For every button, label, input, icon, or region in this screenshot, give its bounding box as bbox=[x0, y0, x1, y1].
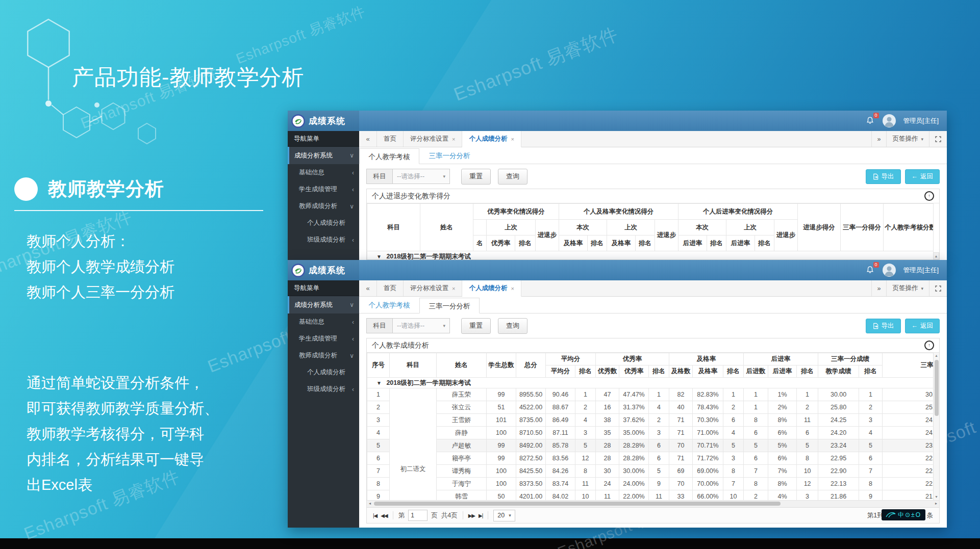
sidebar-item[interactable]: 个人成绩分析 bbox=[288, 364, 359, 381]
back-button[interactable]: ← 返回 bbox=[905, 319, 940, 333]
scrollbar-thumb[interactable] bbox=[935, 360, 939, 416]
tabs-scroll-right-icon[interactable]: » bbox=[871, 131, 887, 147]
sidebar-item[interactable]: 教师成绩分析∨ bbox=[288, 347, 359, 364]
column-header[interactable]: 后进率 bbox=[679, 236, 707, 251]
close-icon[interactable]: × bbox=[511, 285, 514, 292]
search-button[interactable]: 查询 bbox=[498, 169, 527, 185]
subtab-active[interactable]: 个人教学考核 bbox=[359, 148, 419, 164]
fullscreen-icon[interactable] bbox=[929, 131, 947, 147]
column-header[interactable]: 排名 bbox=[797, 365, 818, 378]
table-row[interactable]: 9韩雪504201.0084.02101122.00%113366.00%102… bbox=[367, 490, 940, 501]
column-header[interactable]: 后进率 bbox=[726, 236, 755, 251]
tab-item[interactable]: 评分标准设置× bbox=[404, 280, 462, 296]
avatar[interactable] bbox=[883, 264, 896, 277]
tab-item[interactable]: 首页 bbox=[377, 131, 404, 147]
column-header[interactable]: 姓名 bbox=[420, 204, 473, 251]
reset-button[interactable]: 重置 bbox=[461, 318, 491, 334]
sidebar-item-root[interactable]: 成绩分析系统 ∨ bbox=[288, 147, 359, 164]
column-header[interactable]: 及格数 bbox=[669, 365, 693, 378]
column-header-cut[interactable]: 三率一分 bbox=[883, 353, 939, 378]
fullscreen-icon[interactable] bbox=[929, 280, 947, 296]
column-header[interactable]: 排名 bbox=[636, 236, 655, 251]
subtab[interactable]: 个人教学考核 bbox=[359, 297, 419, 313]
column-header[interactable]: 后进数 bbox=[744, 365, 768, 378]
column-header[interactable]: 及格率 bbox=[559, 236, 588, 251]
search-button[interactable]: 查询 bbox=[498, 318, 527, 334]
column-header[interactable]: 进退步 bbox=[655, 220, 679, 251]
column-header[interactable]: 科目 bbox=[390, 353, 437, 378]
column-header[interactable]: 后进率 bbox=[768, 365, 797, 378]
page-size-select[interactable]: 20 ▾ bbox=[493, 510, 515, 521]
column-header[interactable]: 优秀数 bbox=[596, 365, 619, 378]
scrollbar-up-arrow[interactable]: ▲ bbox=[935, 353, 938, 359]
column-header[interactable]: 进退步 bbox=[536, 220, 559, 251]
tabs-scroll-left-icon[interactable]: « bbox=[359, 131, 377, 147]
sidebar-item[interactable]: 班级成绩分析‹ bbox=[288, 381, 359, 398]
pager-last-button[interactable]: ▶| bbox=[479, 513, 483, 518]
scrollbar-up-arrow[interactable]: ▲ bbox=[933, 252, 939, 259]
column-header[interactable]: 总分 bbox=[516, 353, 546, 378]
sidebar-item[interactable]: 基础信息‹ bbox=[288, 164, 359, 181]
sidebar-item[interactable]: 学生成绩管理‹ bbox=[288, 330, 359, 347]
column-header[interactable]: 平均分 bbox=[546, 365, 575, 378]
group-row[interactable]: ▼ 2018级初二第一学期期末考试 bbox=[367, 378, 940, 388]
sidebar-item-root[interactable]: 成绩分析系统 ∨ bbox=[288, 296, 359, 313]
scrollbar-thumb[interactable] bbox=[374, 502, 781, 506]
column-header[interactable]: 及格率 bbox=[693, 365, 723, 378]
sidebar-item[interactable]: 学生成绩管理‹ bbox=[288, 181, 359, 198]
column-header[interactable]: 排名 bbox=[755, 236, 774, 251]
sidebar-item[interactable]: 基础信息‹ bbox=[288, 313, 359, 330]
tab-operations-dropdown[interactable]: 页签操作 ▾ bbox=[886, 131, 929, 147]
scrollbar-right-arrow[interactable]: ▸ bbox=[933, 501, 939, 507]
column-header[interactable]: 排名 bbox=[707, 236, 726, 251]
notification-bell-icon[interactable]: 0 bbox=[866, 266, 875, 275]
pager-next-button[interactable]: ▶▶ bbox=[468, 513, 475, 518]
tabs-scroll-right-icon[interactable]: » bbox=[871, 280, 887, 296]
table-row[interactable]: 5卢超敏998492.0085.7852828.28%67070.71%555%… bbox=[367, 439, 940, 452]
close-icon[interactable]: × bbox=[511, 136, 514, 142]
subject-select[interactable]: --请选择-- ▾ bbox=[393, 169, 450, 184]
column-header[interactable]: 排名 bbox=[649, 365, 669, 378]
user-name[interactable]: 管理员[主任] bbox=[903, 266, 939, 275]
column-header[interactable]: 三率一分得分 bbox=[841, 204, 884, 251]
sidebar-item[interactable]: 班级成绩分析‹ bbox=[288, 231, 359, 248]
column-header[interactable]: 个人教学考核分数 bbox=[884, 204, 934, 251]
tab-active[interactable]: 个人成绩分析× bbox=[462, 131, 521, 147]
column-header[interactable]: 排名 bbox=[575, 365, 596, 378]
column-header[interactable]: 科目 bbox=[367, 204, 420, 251]
back-button[interactable]: ← 返回 bbox=[905, 169, 940, 184]
collapse-panel-icon[interactable]: ↑ bbox=[924, 341, 934, 350]
sidebar-item[interactable]: 个人成绩分析 bbox=[288, 215, 359, 231]
column-header[interactable]: 序号 bbox=[367, 353, 390, 378]
table-row[interactable]: 2张立云514522.0088.6721631.37%44078.43%212%… bbox=[367, 401, 940, 414]
column-header[interactable]: 优秀率 bbox=[487, 236, 515, 251]
group-row[interactable]: ▼ 2018级初二第一学期期末考试 bbox=[367, 251, 934, 260]
reset-button[interactable]: 重置 bbox=[461, 169, 491, 185]
tabs-scroll-left-icon[interactable]: « bbox=[359, 280, 377, 296]
scrollbar-left-arrow[interactable]: ◂ bbox=[367, 501, 373, 507]
table-row[interactable]: 1初二语文薛玉荣998955.5090.4614747.47%18282.83%… bbox=[367, 388, 940, 401]
scrollbar-down-arrow[interactable]: ▼ bbox=[935, 494, 938, 500]
export-button[interactable]: 导出 bbox=[866, 169, 901, 184]
vertical-scrollbar[interactable]: ▲ ▼ bbox=[933, 353, 939, 500]
close-icon[interactable]: × bbox=[452, 285, 455, 292]
column-header[interactable]: 教学成绩 bbox=[818, 365, 859, 378]
table-row[interactable]: 3王雪娇1018735.0086.4943837.62%27170.30%688… bbox=[367, 414, 940, 427]
close-icon[interactable]: × bbox=[452, 136, 455, 142]
avatar[interactable] bbox=[883, 114, 896, 127]
column-header[interactable]: 姓名 bbox=[437, 353, 487, 378]
column-header[interactable]: 排名 bbox=[723, 365, 744, 378]
column-header[interactable]: 及格率 bbox=[607, 236, 636, 251]
user-name[interactable]: 管理员[主任] bbox=[903, 117, 939, 125]
pager-prev-button[interactable]: ◀◀ bbox=[381, 513, 387, 518]
column-header[interactable]: 排名 bbox=[515, 236, 536, 251]
collapse-panel-icon[interactable]: ↑ bbox=[924, 191, 934, 201]
notification-bell-icon[interactable]: 0 bbox=[866, 116, 875, 125]
column-header[interactable]: 排名 bbox=[588, 236, 607, 251]
subtab[interactable]: 三率一分分析 bbox=[419, 148, 480, 164]
table-row[interactable]: 4薛静1008710.5087.1133535.00%37171.00%466%… bbox=[367, 427, 940, 439]
tab-item[interactable]: 评分标准设置× bbox=[404, 131, 462, 147]
column-header[interactable]: 优秀率 bbox=[619, 365, 649, 378]
export-button[interactable]: 导出 bbox=[866, 319, 901, 333]
subtab-active[interactable]: 三率一分分析 bbox=[419, 298, 480, 313]
